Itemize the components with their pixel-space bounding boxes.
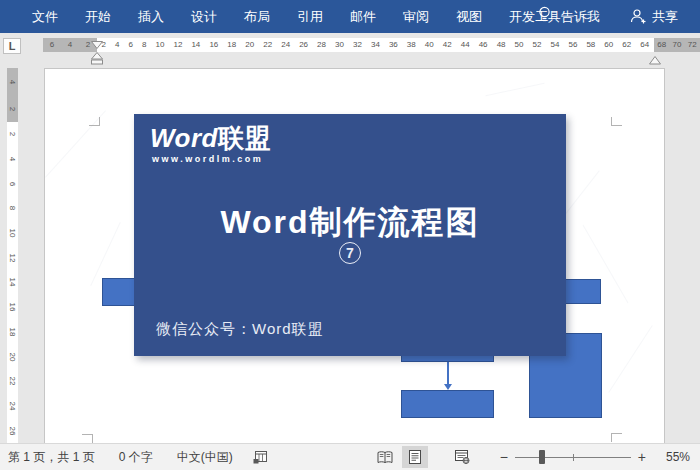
h-ruler-body[interactable]: 2468101214161820222426283032343638404244…	[97, 38, 654, 52]
statusbar-right: − + 55%	[372, 444, 700, 470]
tab-stop-selector[interactable]: L	[3, 38, 21, 54]
ruler-number: 6	[5, 181, 19, 185]
ribbon-tabs: 文件开始插入设计布局引用邮件审阅视图开发工具	[0, 8, 588, 26]
tell-me-button[interactable]: 告诉我	[561, 8, 600, 26]
ribbon-tab[interactable]: 开始	[85, 8, 111, 26]
ruler-number: 56	[568, 38, 577, 52]
ghost-sketch	[90, 222, 120, 286]
ruler-number: 34	[371, 38, 380, 52]
ruler-number: 4	[115, 38, 119, 52]
zoom-slider[interactable]	[515, 450, 631, 464]
ruler-number: 52	[533, 38, 542, 52]
wechat-account-label: 微信公众号：Word联盟	[156, 320, 324, 339]
macro-record-icon[interactable]	[253, 451, 267, 464]
flowchart-rect-middle-bottom[interactable]	[401, 390, 494, 418]
ruler-number: 4	[68, 38, 72, 52]
v-ruler-body[interactable]: 2468101214161820222426	[7, 122, 18, 443]
ruler-number: 4	[5, 79, 19, 83]
zoom-control: − + 55%	[496, 449, 700, 465]
ruler-number: 36	[389, 38, 398, 52]
canvas-corner-mark	[89, 117, 100, 126]
brand-logo: Word联盟	[150, 121, 271, 156]
zoom-out-button[interactable]: −	[496, 449, 512, 465]
canvas-corner-mark	[611, 117, 622, 126]
canvas-corner-mark	[82, 434, 93, 443]
ribbon-tab[interactable]: 邮件	[350, 8, 376, 26]
vertical-ruler[interactable]: 42 2468101214161820222426	[7, 68, 18, 443]
ribbon-tab[interactable]: 设计	[191, 8, 217, 26]
ruler-number: 28	[317, 38, 326, 52]
zoom-slider-center-tick	[573, 454, 574, 461]
word-window: 文件开始插入设计布局引用邮件审阅视图开发工具 告诉我 共享	[0, 0, 700, 470]
ruler-number: 72	[688, 38, 697, 52]
ruler-number: 30	[335, 38, 344, 52]
ruler-number: 12	[173, 38, 182, 52]
logo-website: www.wordlm.com	[152, 154, 263, 164]
ruler-number: 44	[461, 38, 470, 52]
ruler-number: 10	[156, 38, 165, 52]
ruler-number: 2	[5, 132, 19, 136]
ruler-number: 48	[497, 38, 506, 52]
logo-word: Word	[150, 123, 218, 153]
ribbon-tab[interactable]: 审阅	[403, 8, 429, 26]
h-ruler-left-margin[interactable]: 642	[43, 38, 97, 52]
horizontal-ruler-row: L 642 2468101214161820222426283032343638…	[0, 33, 700, 65]
menubar-right: 告诉我 共享	[538, 0, 700, 33]
ruler-number: 40	[425, 38, 434, 52]
ruler-number: 24	[281, 38, 290, 52]
ruler-number: 22	[263, 38, 272, 52]
word-count[interactable]: 0 个字	[119, 449, 153, 466]
ribbon-tab[interactable]: 文件	[32, 8, 58, 26]
ruler-number: 16	[6, 303, 20, 312]
ruler-number: 46	[479, 38, 488, 52]
cover-card-image[interactable]: Word联盟 www.wordlm.com Word制作流程图 7 微信公众号：…	[134, 114, 566, 356]
issue-number: 7	[339, 242, 361, 264]
ruler-number: 42	[443, 38, 452, 52]
ribbon-tab-bar: 文件开始插入设计布局引用邮件审阅视图开发工具 告诉我 共享	[0, 0, 700, 33]
document-page[interactable]: Word联盟 www.wordlm.com Word制作流程图 7 微信公众号：…	[44, 68, 665, 443]
ruler-number: 4	[5, 157, 19, 161]
print-layout-button[interactable]	[402, 446, 428, 468]
share-label: 共享	[652, 8, 678, 26]
ruler-number: 2	[86, 38, 90, 52]
lightbulb-icon	[538, 6, 551, 27]
ribbon-tab[interactable]: 布局	[244, 8, 270, 26]
share-person-icon	[630, 9, 647, 24]
ruler-number: 58	[586, 38, 595, 52]
ribbon-tab[interactable]: 视图	[456, 8, 482, 26]
ruler-number: 26	[299, 38, 308, 52]
read-mode-button[interactable]	[372, 446, 398, 468]
ruler-number: 10	[6, 229, 20, 238]
ruler-number: 60	[604, 38, 613, 52]
flowchart-connector-arrow[interactable]	[447, 362, 449, 386]
ghost-sketch	[608, 325, 652, 393]
document-canvas: 42 2468101214161820222426	[0, 65, 700, 443]
v-ruler-top-margin[interactable]: 42	[7, 68, 18, 122]
ruler-number: 18	[227, 38, 236, 52]
ruler-number: 26	[6, 426, 20, 435]
logo-suffix: 联盟	[218, 123, 271, 153]
ruler-number: 14	[6, 278, 20, 287]
ribbon-tab[interactable]: 插入	[138, 8, 164, 26]
status-bar: 第 1 页，共 1 页 0 个字 中文(中国)	[0, 443, 700, 470]
ruler-number: 22	[6, 377, 20, 386]
ruler-number: 20	[245, 38, 254, 52]
h-ruler-right-margin[interactable]: 687072	[654, 38, 700, 52]
ribbon-tab[interactable]: 引用	[297, 8, 323, 26]
web-layout-button[interactable]	[450, 446, 476, 468]
ghost-sketch	[486, 83, 545, 96]
ruler-number: 62	[622, 38, 631, 52]
ruler-number: 2	[5, 106, 19, 110]
ruler-number: 8	[5, 206, 19, 210]
issue-number-badge: 7	[134, 242, 566, 264]
zoom-slider-thumb[interactable]	[539, 450, 545, 464]
page-indicator[interactable]: 第 1 页，共 1 页	[8, 449, 95, 466]
zoom-percentage[interactable]: 55%	[650, 450, 690, 464]
ruler-number: 54	[550, 38, 559, 52]
share-button[interactable]: 共享	[630, 8, 678, 26]
language-indicator[interactable]: 中文(中国)	[177, 449, 233, 466]
ruler-number: 18	[6, 327, 20, 336]
zoom-in-button[interactable]: +	[634, 449, 650, 465]
ruler-number: 6	[129, 38, 133, 52]
ruler-number: 6	[50, 38, 54, 52]
